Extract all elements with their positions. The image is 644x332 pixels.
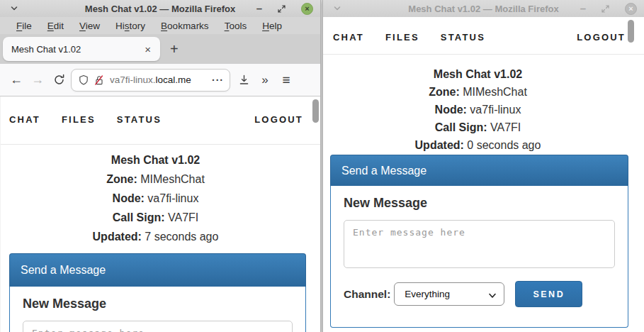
forward-button: → bbox=[27, 70, 48, 91]
message-input[interactable] bbox=[23, 321, 293, 332]
downloads-icon[interactable] bbox=[233, 70, 254, 91]
nav-files[interactable]: FILES bbox=[62, 114, 96, 125]
titlebar[interactable]: Mesh Chat v1.02 — Mozilla Firefox – × bbox=[323, 0, 644, 17]
menu-file[interactable]: File bbox=[9, 21, 40, 31]
page-content: CHATFILESSTATUS LOGOUT Mesh Chat v1.02Zo… bbox=[323, 17, 644, 332]
info-line: Updated: 7 seconds ago bbox=[1, 227, 310, 246]
titlebar[interactable]: Mesh Chat v1.02 — Mozilla Firefox – × bbox=[0, 0, 320, 17]
tab-title: Mesh Chat v1.02 bbox=[11, 44, 142, 55]
back-button[interactable]: ← bbox=[6, 70, 27, 91]
nav-chat[interactable]: CHAT bbox=[9, 114, 40, 125]
minimize-button[interactable]: – bbox=[256, 5, 262, 12]
menu-edit[interactable]: Edit bbox=[40, 21, 72, 31]
node-info: Mesh Chat v1.02Zone: MIMeshChatNode: va7… bbox=[323, 65, 633, 154]
tab-close-icon[interactable]: × bbox=[142, 43, 153, 55]
close-button[interactable]: × bbox=[301, 3, 313, 15]
firefox-window-left: Mesh Chat v1.02 — Mozilla Firefox – × Fi… bbox=[0, 0, 320, 332]
menubar: FileEditViewHistoryBookmarksToolsHelp bbox=[0, 17, 320, 34]
info-line: Call Sign: VA7FI bbox=[323, 118, 633, 136]
restore-button[interactable] bbox=[278, 5, 286, 13]
scrollbar[interactable] bbox=[628, 20, 634, 43]
menu-tools[interactable]: Tools bbox=[217, 21, 255, 31]
close-button[interactable]: × bbox=[625, 3, 637, 15]
channel-label: Channel: bbox=[344, 288, 390, 301]
app-menu-icon[interactable]: ≡ bbox=[276, 70, 297, 91]
more-tools-icon[interactable]: » bbox=[254, 70, 276, 91]
nav-status[interactable]: STATUS bbox=[441, 32, 485, 43]
firefox-window-right: Mesh Chat v1.02 — Mozilla Firefox – × CH… bbox=[323, 0, 644, 332]
nav-files[interactable]: FILES bbox=[385, 32, 419, 43]
site-navbar: CHATFILESSTATUS LOGOUT bbox=[323, 17, 644, 55]
panel-header: Send a Message bbox=[330, 155, 628, 186]
menu-help[interactable]: Help bbox=[254, 21, 290, 31]
page-content: CHATFILESSTATUS LOGOUT Mesh Chat v1.02Zo… bbox=[0, 96, 320, 332]
form-heading: New Message bbox=[344, 196, 615, 211]
nav-logout[interactable]: LOGOUT bbox=[577, 32, 626, 43]
shield-icon[interactable] bbox=[78, 74, 89, 86]
browser-tab[interactable]: Mesh Chat v1.02 × bbox=[3, 37, 160, 61]
panel-body: New Message Channel: Everything SEND bbox=[330, 186, 628, 328]
url-overflow-dots-icon[interactable]: ··· bbox=[212, 74, 224, 86]
info-line: Mesh Chat v1.02 bbox=[323, 65, 633, 83]
info-line: Updated: 0 seconds ago bbox=[323, 136, 633, 154]
site-navbar: CHATFILESSTATUS LOGOUT bbox=[1, 96, 320, 145]
node-info: Mesh Chat v1.02Zone: MIMeshChatNode: va7… bbox=[1, 150, 310, 246]
panel-body: New Message bbox=[9, 287, 306, 332]
info-line: Zone: MIMeshChat bbox=[323, 83, 633, 101]
channel-select[interactable]: Everything bbox=[394, 282, 504, 306]
send-message-panel: Send a Message New Message bbox=[9, 253, 306, 332]
menu-history[interactable]: History bbox=[108, 21, 153, 31]
new-tab-button[interactable]: + bbox=[170, 40, 179, 58]
nav-logout[interactable]: LOGOUT bbox=[254, 114, 303, 125]
url-bar[interactable]: va7fi-linux.local.me ··· bbox=[71, 69, 230, 92]
send-message-panel: Send a Message New Message Channel: Ever… bbox=[330, 155, 628, 328]
info-line: Zone: MIMeshChat bbox=[1, 170, 310, 189]
info-line: Call Sign: VA7FI bbox=[1, 208, 310, 227]
message-input[interactable] bbox=[344, 220, 615, 268]
scrollbar[interactable] bbox=[312, 99, 319, 123]
info-line: Node: va7fi-linux bbox=[323, 101, 633, 118]
insecure-lock-icon[interactable] bbox=[94, 74, 105, 86]
navigation-toolbar: ← → va7fi-linux.local.me ··· » ≡ bbox=[0, 64, 320, 96]
reload-button[interactable] bbox=[48, 70, 69, 91]
info-line: Node: va7fi-linux bbox=[1, 189, 310, 208]
send-button[interactable]: SEND bbox=[515, 281, 582, 307]
info-line: Mesh Chat v1.02 bbox=[1, 150, 310, 170]
menu-view[interactable]: View bbox=[72, 21, 108, 31]
menu-bookmarks[interactable]: Bookmarks bbox=[153, 21, 217, 31]
minimize-button[interactable]: – bbox=[580, 5, 586, 12]
url-text[interactable]: va7fi-linux.local.me bbox=[110, 74, 210, 85]
form-heading: New Message bbox=[23, 297, 293, 311]
tab-strip[interactable]: Mesh Chat v1.02 × + bbox=[0, 34, 320, 64]
nav-chat[interactable]: CHAT bbox=[333, 32, 364, 43]
restore-button[interactable] bbox=[601, 5, 609, 13]
nav-status[interactable]: STATUS bbox=[117, 114, 162, 125]
panel-header: Send a Message bbox=[9, 253, 306, 287]
channel-row: Channel: Everything SEND bbox=[344, 281, 615, 307]
